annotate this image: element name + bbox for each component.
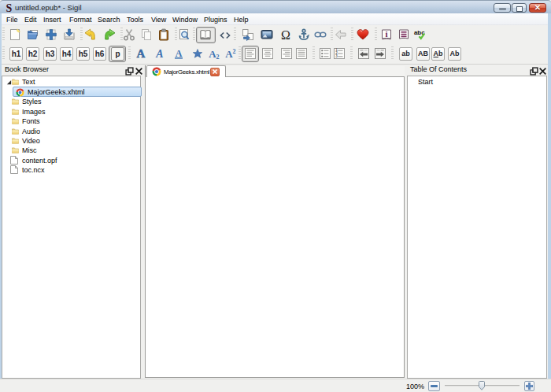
svg-text:S: S <box>6 3 13 13</box>
svg-text:A: A <box>155 48 163 60</box>
svg-text:A: A <box>176 48 183 59</box>
svg-text:2: 2 <box>216 54 220 61</box>
svg-text:i: i <box>385 29 387 39</box>
svg-text:2: 2 <box>233 48 236 55</box>
svg-text:3: 3 <box>335 54 338 58</box>
svg-text:Ω: Ω <box>281 28 290 41</box>
svg-text:A: A <box>137 47 146 60</box>
